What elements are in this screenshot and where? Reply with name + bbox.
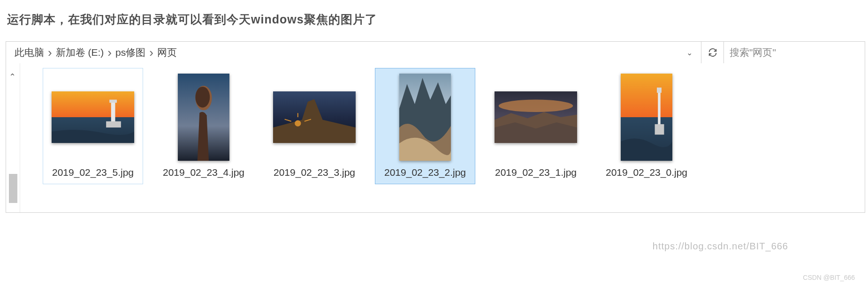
watermark-source: CSDN @BIT_666 [803, 274, 855, 281]
file-name-label: 2019_02_23_3.jpg [271, 163, 358, 179]
file-item[interactable]: 2019_02_23_4.jpg [153, 68, 254, 184]
page-heading: 运行脚本，在我们对应的目录就可以看到今天windows聚焦的图片了 [0, 0, 868, 41]
scrollbar-thumb[interactable] [9, 174, 17, 203]
svg-rect-2 [109, 100, 117, 103]
file-item[interactable]: 2019_02_23_5.jpg [43, 68, 143, 184]
thumbnail [45, 71, 141, 163]
chevron-right-icon: › [107, 45, 113, 60]
refresh-button[interactable] [701, 42, 724, 63]
file-item[interactable]: 2019_02_23_3.jpg [264, 68, 365, 184]
chevron-down-icon[interactable]: ⌄ [686, 48, 693, 57]
file-item[interactable]: 2019_02_23_2.jpg [375, 68, 475, 184]
search-input[interactable]: 搜索"网页" [724, 42, 865, 63]
file-name-label: 2019_02_23_0.jpg [603, 163, 690, 179]
breadcrumb-bar[interactable]: 此电脑›新加卷 (E:)›ps修图›网页 ⌄ [6, 42, 701, 63]
address-bar-row: 此电脑›新加卷 (E:)›ps修图›网页 ⌄ 搜索"网页" [6, 42, 865, 63]
thumbnail [266, 71, 362, 163]
svg-rect-17 [657, 88, 662, 93]
thumbnail [377, 71, 473, 163]
svg-rect-3 [106, 121, 121, 128]
chevron-right-icon: › [47, 45, 53, 60]
file-grid: 2019_02_23_5.jpg 2019_02_23_4.jpg 2019_0… [20, 63, 865, 212]
svg-rect-18 [655, 124, 664, 135]
sidebar-scroll[interactable]: ⌃ [6, 63, 20, 212]
svg-point-6 [195, 87, 210, 108]
svg-point-14 [499, 100, 573, 112]
breadcrumb-item[interactable]: 网页 [154, 43, 180, 62]
file-name-label: 2019_02_23_5.jpg [49, 163, 137, 179]
thumbnail [599, 71, 694, 163]
svg-rect-16 [658, 89, 661, 126]
file-name-label: 2019_02_23_2.jpg [381, 163, 469, 179]
refresh-icon [708, 47, 718, 58]
svg-point-8 [295, 120, 301, 127]
file-item[interactable]: 2019_02_23_0.jpg [596, 68, 697, 184]
breadcrumb-item[interactable]: 新加卷 (E:) [53, 43, 107, 62]
file-explorer-window: 此电脑›新加卷 (E:)›ps修图›网页 ⌄ 搜索"网页" ⌃ 2019_02_… [6, 41, 865, 213]
file-name-label: 2019_02_23_1.jpg [492, 163, 579, 179]
explorer-body: ⌃ 2019_02_23_5.jpg 2019_02_23_4.jpg [6, 63, 865, 212]
file-name-label: 2019_02_23_4.jpg [160, 163, 247, 179]
breadcrumb-item[interactable]: 此电脑 [12, 43, 47, 62]
file-item[interactable]: 2019_02_23_1.jpg [486, 68, 586, 184]
svg-rect-1 [111, 101, 115, 122]
thumbnail [156, 71, 251, 163]
thumbnail [488, 71, 584, 163]
breadcrumb-item[interactable]: ps修图 [113, 43, 148, 62]
chevron-right-icon: › [148, 45, 154, 60]
chevron-up-icon[interactable]: ⌃ [9, 72, 16, 82]
watermark-text: https://blog.csdn.net/BIT_666 [653, 241, 788, 252]
